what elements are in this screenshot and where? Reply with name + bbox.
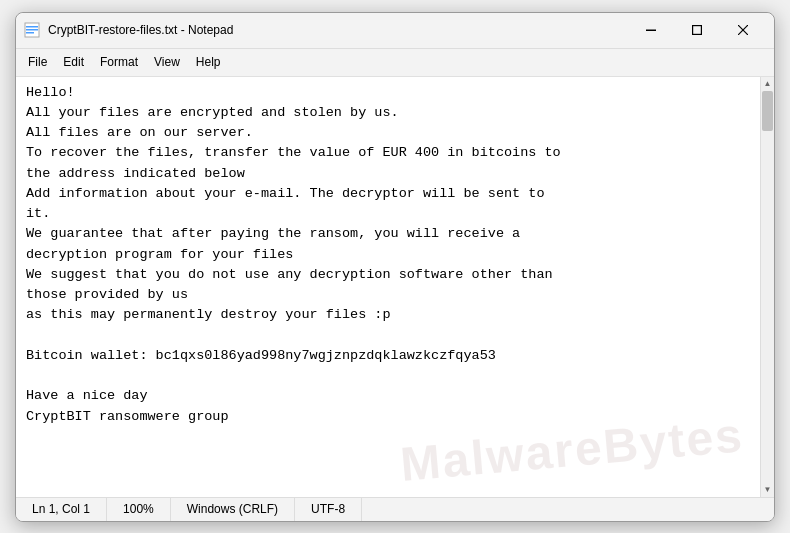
scrollbar-vertical[interactable]: ▲ ▼ xyxy=(760,77,774,497)
window-title: CryptBIT-restore-files.txt - Notepad xyxy=(48,23,628,37)
svg-rect-4 xyxy=(646,30,656,32)
menu-view[interactable]: View xyxy=(146,51,188,73)
menu-format[interactable]: Format xyxy=(92,51,146,73)
scroll-thumb[interactable] xyxy=(762,91,773,131)
scroll-track[interactable] xyxy=(761,91,774,483)
window-controls xyxy=(628,14,766,46)
encoding: UTF-8 xyxy=(295,498,362,521)
status-bar: Ln 1, Col 1 100% Windows (CRLF) UTF-8 xyxy=(16,497,774,521)
text-editor[interactable] xyxy=(16,77,760,497)
line-ending: Windows (CRLF) xyxy=(171,498,295,521)
minimize-button[interactable] xyxy=(628,14,674,46)
menu-edit[interactable]: Edit xyxy=(55,51,92,73)
cursor-position: Ln 1, Col 1 xyxy=(16,498,107,521)
menu-bar: File Edit Format View Help xyxy=(16,49,774,77)
close-button[interactable] xyxy=(720,14,766,46)
menu-help[interactable]: Help xyxy=(188,51,229,73)
svg-rect-1 xyxy=(26,26,38,28)
content-area: MalwareBytes ▲ ▼ xyxy=(16,77,774,497)
notepad-window: CryptBIT-restore-files.txt - Notepad Fil… xyxy=(15,12,775,522)
app-icon xyxy=(24,22,40,38)
svg-rect-5 xyxy=(693,26,702,35)
scroll-down-arrow[interactable]: ▼ xyxy=(761,483,775,497)
svg-rect-2 xyxy=(26,29,38,31)
menu-file[interactable]: File xyxy=(20,51,55,73)
zoom-level: 100% xyxy=(107,498,171,521)
scroll-up-arrow[interactable]: ▲ xyxy=(761,77,775,91)
title-bar: CryptBIT-restore-files.txt - Notepad xyxy=(16,13,774,49)
maximize-button[interactable] xyxy=(674,14,720,46)
svg-rect-3 xyxy=(26,32,34,34)
